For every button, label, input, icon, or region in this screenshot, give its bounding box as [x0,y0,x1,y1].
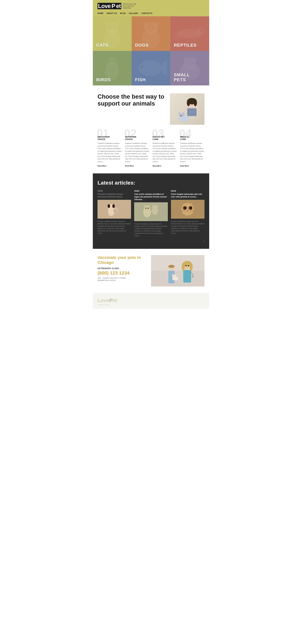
articles-prev-btn[interactable]: ‹ [204,239,205,242]
advice-card-4: 04 MEDICALCARE Praesent vestibulum aenea… [180,131,205,167]
nav-home[interactable]: HOME [97,12,103,14]
svg-point-50 [190,102,191,103]
advice-link-1[interactable]: Read more [97,165,106,167]
nav-sep-3: / [127,12,127,14]
advice-title-2: NUTRITIONADVICE [125,131,149,140]
clinic-image [151,255,205,286]
pet-cell-dogs[interactable]: DOGS [132,16,171,51]
clinic-address: USA – CHICAGO, 901 EAST E STREET, WILMIN… [97,277,148,282]
support-image-col [170,93,205,125]
svg-point-34 [186,62,189,64]
pet-cell-birds[interactable]: BIRDS [93,51,132,86]
advice-text-3: Praesent vestibulum aenean nonummy hendr… [153,142,177,163]
article-image-2 [134,202,168,221]
support-text: Choose the best way to support our anima… [97,93,167,110]
clinic-phone-number: 123 1234 [108,270,129,276]
svg-point-33 [191,58,196,62]
svg-point-41 [181,115,182,116]
support-image [170,93,205,125]
advice-text-4: Praesent vestibulum aenean nonummy hendr… [180,142,205,163]
svg-point-64 [145,208,147,209]
cats-label: CATS [96,43,108,48]
svg-point-10 [148,27,150,30]
pet-cell-reptiles[interactable]: REPTILES [170,16,209,51]
svg-rect-49 [187,108,197,116]
article-headline-3: Fusce feugiat malesuada odio orbi nunc o… [171,193,205,198]
logo-part2: P [111,3,116,9]
advice-link-4[interactable]: Read more [180,165,189,167]
svg-point-76 [186,210,189,212]
article-body-3: Praesent vestibulum aenean nonummy hendr… [171,220,205,234]
birds-label: BIRDS [96,78,111,82]
clinic-phone: (800) 123 1234 [97,270,148,276]
pet-cell-cats[interactable]: CATS [93,16,132,51]
nav-contacts[interactable]: CONTACTS [141,12,153,14]
article-headline-1: Praesent vestibulum aenean nonummy hendr… [97,193,131,198]
svg-rect-93 [183,270,191,282]
support-section: Choose the best way to support our anima… [93,86,209,130]
nav-about[interactable]: ABOUT US [106,12,117,14]
pet-grid: CATS DOGS REPTILE [93,16,209,86]
svg-point-26 [140,65,143,68]
articles-section: Latest articles: 03/25 Praesent vestibul… [93,174,209,249]
article-card-2: 03/20 Cum sociis natoque penatibus et mg… [134,190,168,237]
article-headline-2: Cum sociis natoque penatibus et mgnis di… [134,193,168,201]
articles-nav: ‹ [97,239,205,242]
article-image-3 [171,200,205,219]
advice-text-1: Praesent vestibulum aenean nonummy hendr… [97,142,122,163]
advice-text-2: Praesent vestibulum aenean nonummy hendr… [125,142,149,163]
svg-point-99 [188,265,189,266]
svg-point-74 [184,207,186,209]
svg-point-75 [190,207,192,209]
advice-title-3: EXOTIC PETCARE [153,131,177,140]
svg-marker-3 [115,19,119,24]
logo[interactable]: LovePet WE PROVIDE CARE THAT YOUR PET DE… [97,3,136,10]
header-top: LovePet WE PROVIDE CARE THAT YOUR PET DE… [97,3,205,10]
clinic-label: VETERINARY CLINIC: [97,267,148,270]
article-body-2: Praesent vestibulum aenean nonummy hendr… [134,223,168,237]
pet-cell-fish[interactable]: FISH [132,51,171,86]
svg-point-20 [114,60,116,62]
logo-tagline: WE PROVIDE CARE THAT YOUR PET DESERVES! [123,3,136,9]
footer-logo: LovePet [97,298,205,303]
article-card-3: 03/15 Fusce feugiat malesuada odio orbi … [171,190,205,237]
advice-link-2[interactable]: Read more [125,165,134,167]
main-nav: HOME / ABOUT US / BLOG / GALLERY / CONTA… [97,12,205,16]
logo-part1: Love [97,3,111,9]
advice-title-1: BEHAVIOURADVICE [97,131,122,140]
advice-link-3[interactable]: Read more [153,165,161,167]
footer: LovePet PRIVATE PAGES [93,293,209,309]
nav-gallery[interactable]: GALLERY [129,12,138,14]
logo-part3: et [116,3,121,9]
svg-point-65 [147,208,149,209]
svg-point-71 [181,203,194,216]
advice-title-4: MEDICALCARE [180,131,205,140]
advice-grid: 01 BEHAVIOURADVICE Praesent vestibulum a… [97,131,205,167]
pet-cell-smallpets[interactable]: SMALLPETS [170,51,209,86]
article-card-1: 03/25 Praesent vestibulum aenean nonummy… [97,190,131,237]
advice-card-3: 03 EXOTIC PETCARE Praesent vestibulum ae… [153,131,177,167]
advice-section: 01 BEHAVIOURADVICE Praesent vestibulum a… [93,130,209,174]
dogs-label: DOGS [135,43,149,48]
footer-logo-part1: Love [97,298,109,303]
clinic-section: Vaccinate your pets in Chicago VETERINAR… [93,249,209,293]
articles-title: Latest articles: [97,180,205,186]
svg-point-55 [108,204,110,208]
nav-blog[interactable]: BLOG [120,12,126,14]
article-date-3: 03/15 [171,190,205,192]
advice-card-1: 01 BEHAVIOURADVICE Praesent vestibulum a… [97,131,122,167]
svg-point-46 [194,99,197,106]
clinic-title: Vaccinate your pets in Chicago [97,255,148,265]
reptiles-label: REPTILES [174,43,197,48]
svg-point-95 [182,263,185,271]
smallpets-label: SMALLPETS [174,72,190,82]
svg-point-36 [189,64,191,66]
clinic-phone-prefix: (800) [97,270,108,276]
footer-logo-part3: et [113,298,117,303]
svg-point-12 [149,30,153,32]
svg-point-32 [184,58,188,62]
articles-grid: 03/25 Praesent vestibulum aenean nonummy… [97,190,205,237]
svg-point-1 [106,22,118,34]
logo-text: LovePet [97,3,121,10]
svg-point-11 [152,27,154,30]
